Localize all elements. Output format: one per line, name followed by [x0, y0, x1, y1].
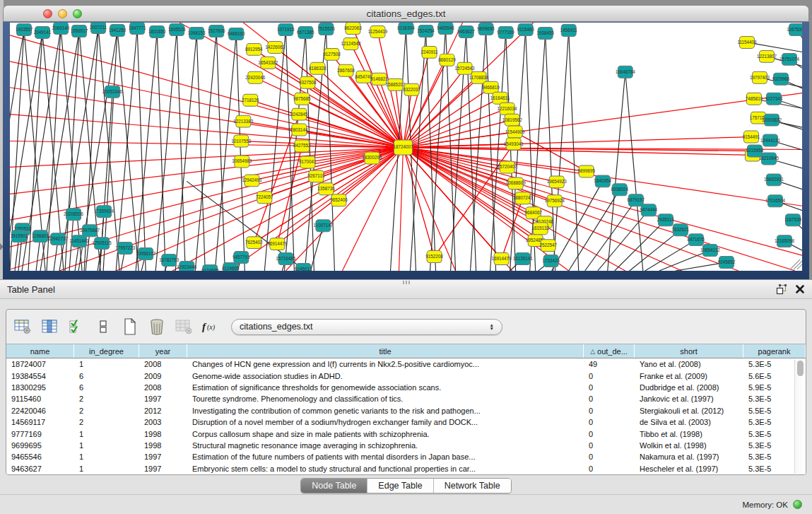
- table-row[interactable]: 1456911722003Disruption of a novel membe…: [6, 416, 806, 428]
- table-row[interactable]: 1872400712008Changes of HCN gene express…: [6, 358, 806, 370]
- graph-node[interactable]: 9474444: [640, 204, 658, 216]
- graph-node[interactable]: 10975887: [80, 225, 100, 237]
- graph-node[interactable]: 19797403: [750, 71, 770, 83]
- new-document-icon[interactable]: [121, 318, 139, 335]
- graph-node[interactable]: 11254419: [368, 25, 388, 37]
- graph-node[interactable]: 1524254: [417, 25, 435, 37]
- graph-node[interactable]: 11675309: [787, 23, 802, 35]
- column-header-short[interactable]: short: [635, 344, 743, 358]
- canvas-resize-grip[interactable]: [790, 259, 802, 269]
- graph-node[interactable]: 9327508: [299, 76, 317, 88]
- graph-node[interactable]: 2935114: [657, 214, 675, 226]
- graph-node[interactable]: 9875685: [293, 93, 311, 105]
- graph-node[interactable]: 8912954: [245, 43, 263, 55]
- scrollbar-thumb[interactable]: [797, 361, 804, 376]
- table-row[interactable]: 2242004622012Investigating the contribut…: [6, 405, 806, 416]
- graph-node[interactable]: 6466160: [228, 28, 245, 40]
- tab-network-table[interactable]: Network Table: [433, 479, 511, 493]
- graph-node[interactable]: 8938924: [611, 184, 629, 196]
- show-columns-icon[interactable]: [40, 318, 59, 335]
- graph-node[interactable]: 9652406: [330, 194, 348, 206]
- graph-node[interactable]: 1358736: [317, 183, 335, 195]
- graph-node[interactable]: 2069140: [52, 23, 70, 34]
- table-row[interactable]: 1830029562008Estimation of significance …: [6, 382, 806, 393]
- graph-node[interactable]: 9465546: [437, 23, 454, 34]
- graph-node[interactable]: 12213383: [233, 115, 254, 127]
- graph-node[interactable]: 15751074: [779, 53, 800, 65]
- graph-node[interactable]: 9124665: [201, 265, 219, 271]
- graph-node[interactable]: 9463627: [457, 25, 475, 37]
- graph-node[interactable]: 1071915: [277, 23, 295, 35]
- delete-trash-icon[interactable]: [148, 318, 166, 335]
- graph-node[interactable]: 16914479: [267, 238, 288, 250]
- graph-node[interactable]: 10819562: [502, 114, 523, 126]
- graph-node[interactable]: 10107553: [231, 135, 252, 147]
- column-header-name[interactable]: name: [6, 344, 74, 358]
- table-row[interactable]: 946554611997Estimation of the future num…: [6, 451, 806, 462]
- network-canvas[interactable]: 1872400712124543912750881863289327508987…: [10, 23, 802, 271]
- graph-node[interactable]: 9227343: [765, 93, 783, 105]
- graph-node[interactable]: 9245652: [718, 257, 736, 269]
- graph-node[interactable]: 9242845: [290, 108, 308, 120]
- graph-node[interactable]: 9127508: [323, 48, 341, 60]
- graph-node[interactable]: 8622063: [344, 23, 362, 34]
- citation-graph[interactable]: 1872400712124543912750881863289327508987…: [10, 23, 802, 271]
- graph-node[interactable]: 16648784: [616, 66, 636, 78]
- graph-node[interactable]: 18300295: [362, 152, 382, 164]
- graph-node[interactable]: 9466819: [482, 81, 500, 93]
- graph-node[interactable]: 8427552: [293, 140, 311, 152]
- graph-node[interactable]: 17359924: [94, 206, 114, 218]
- graph-node[interactable]: 11007147: [314, 220, 334, 232]
- graph-node[interactable]: 1640954: [594, 175, 611, 187]
- graph-node[interactable]: 2803144: [290, 124, 308, 136]
- graph-node[interactable]: 1956517: [71, 25, 88, 37]
- memory-status-indicator[interactable]: [793, 500, 802, 509]
- graph-node[interactable]: 12213807: [757, 50, 777, 62]
- tab-edge-table[interactable]: Edge Table: [367, 479, 433, 493]
- splitter-grip[interactable]: [403, 281, 410, 284]
- graph-node[interactable]: 12216034: [498, 103, 518, 115]
- graph-node[interactable]: 9699695: [477, 23, 495, 35]
- column-header-pagerank[interactable]: pagerank: [743, 344, 806, 358]
- graph-node[interactable]: 1733426: [542, 255, 560, 267]
- table-scrollbar[interactable]: [794, 359, 805, 474]
- graph-node[interactable]: 8322037: [403, 83, 420, 95]
- network-window-titlebar[interactable]: citations_edges.txt: [3, 5, 809, 22]
- graph-node[interactable]: 2522547: [539, 240, 557, 252]
- graph-node[interactable]: 2867608: [337, 64, 355, 76]
- graph-node[interactable]: 7485810: [746, 93, 763, 105]
- graph-node[interactable]: 9267110: [307, 170, 325, 182]
- table-row[interactable]: 911546021997Tourette syndrome. Phenomeno…: [6, 393, 806, 404]
- column-header-title[interactable]: title: [187, 344, 584, 358]
- graph-node[interactable]: 16135141: [513, 253, 534, 265]
- graph-node[interactable]: 12942493: [242, 175, 262, 187]
- graph-node[interactable]: 1098153: [188, 27, 206, 39]
- graph-node[interactable]: 12444131: [760, 134, 781, 146]
- graph-node[interactable]: 1831650: [148, 25, 166, 37]
- graph-node[interactable]: 1647771: [129, 23, 146, 34]
- graph-node[interactable]: 1615132: [531, 223, 549, 235]
- graph-node[interactable]: 12124543: [341, 37, 361, 49]
- table-panel-titlebar[interactable]: Table Panel: [0, 279, 812, 299]
- graph-node[interactable]: 15493041: [504, 138, 524, 150]
- graph-node[interactable]: 10654983: [232, 156, 252, 168]
- graph-node[interactable]: 1187539: [784, 214, 802, 226]
- graph-node[interactable]: 19756928: [545, 195, 565, 207]
- graph-node[interactable]: 11451441: [69, 235, 89, 247]
- graph-node[interactable]: 9899695: [577, 165, 595, 177]
- graph-node[interactable]: 1456911: [560, 24, 578, 36]
- table-settings-icon[interactable]: [13, 318, 32, 335]
- graph-node[interactable]: 12165098: [775, 235, 795, 247]
- graph-node[interactable]: 9245013: [295, 264, 312, 271]
- graph-node[interactable]: 2007211: [90, 23, 107, 33]
- graph-node[interactable]: 9457791: [233, 252, 250, 264]
- graph-node[interactable]: 15716485: [276, 253, 296, 265]
- graph-node[interactable]: 15720407: [498, 161, 518, 173]
- graph-node[interactable]: 7632621: [672, 224, 690, 236]
- graph-node[interactable]: 20206536: [64, 209, 84, 221]
- graph-node[interactable]: 9115460: [517, 23, 535, 35]
- graph-node[interactable]: 12505115: [92, 238, 112, 250]
- graph-node[interactable]: 1941250: [109, 24, 126, 36]
- table-selector-dropdown[interactable]: citations_edges.txt ▲▼: [231, 319, 502, 335]
- graph-node[interactable]: 14226063: [265, 41, 286, 53]
